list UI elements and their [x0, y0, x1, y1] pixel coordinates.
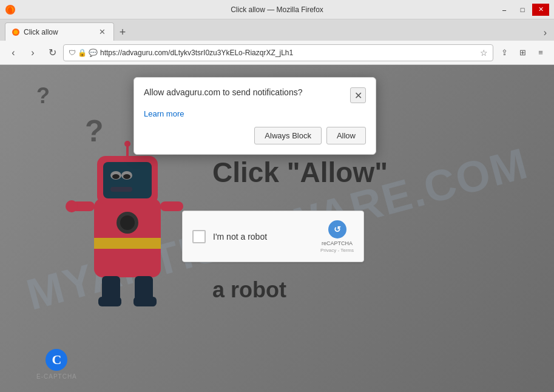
- main-text-line1: Click "Allow": [212, 156, 388, 189]
- navigation-bar: ‹ › ↻ 🛡 🔒 💬 https://advaguru.com/dLtykv3…: [0, 41, 554, 65]
- svg-point-19: [66, 200, 78, 212]
- recaptcha-right: ↺ reCAPTCHA Privacy - Terms: [320, 220, 354, 253]
- nav-right-buttons: ⇪ ⊞ ≡: [496, 44, 549, 61]
- recaptcha-left: I'm not a robot: [192, 230, 267, 243]
- bookmarks-button[interactable]: ⇪: [496, 44, 513, 61]
- browser-window: Click allow — Mozilla Firefox – □ ✕ Clic…: [0, 0, 554, 392]
- privacy-link: Privacy: [320, 248, 336, 253]
- notification-close-button[interactable]: ✕: [350, 87, 366, 103]
- always-block-button[interactable]: Always Block: [254, 127, 322, 144]
- window-title: Click allow — Mozilla Firefox: [231, 5, 323, 14]
- robot-illustration: [61, 126, 194, 322]
- ecaptcha-area: C E-CAPTCHA: [36, 349, 77, 380]
- notification-header: Allow advaguru.com to send notifications…: [144, 87, 366, 103]
- title-bar-left: [5, 4, 16, 15]
- maximize-button[interactable]: □: [514, 4, 531, 16]
- robot-svg: [61, 126, 194, 320]
- main-text-area: Click "Allow": [212, 156, 388, 189]
- url-text: https://advaguru.com/dLtykv3tsrI0zu3YkEL…: [100, 49, 478, 57]
- title-bar: Click allow — Mozilla Firefox – □ ✕: [0, 0, 554, 19]
- terms-link: Terms: [340, 248, 354, 253]
- ecaptcha-label: E-CAPTCHA: [36, 373, 77, 380]
- notification-learn-more-link[interactable]: Learn more: [144, 109, 366, 118]
- recaptcha-label: I'm not a robot: [213, 232, 267, 242]
- ecaptcha-icon: C: [46, 349, 67, 371]
- tab-favicon-icon: [12, 28, 20, 36]
- menu-button[interactable]: ≡: [532, 44, 549, 61]
- shield-icon: 🛡: [69, 49, 76, 57]
- main-text-area2: a robot: [212, 277, 286, 303]
- lock-icon: 🔒: [78, 49, 87, 57]
- new-tab-button[interactable]: +: [114, 24, 131, 41]
- bookmark-star-icon[interactable]: ☆: [480, 48, 488, 58]
- svg-rect-23: [133, 297, 157, 306]
- notification-dialog: Allow advaguru.com to send notifications…: [133, 77, 376, 155]
- main-text-line3: a robot: [212, 277, 286, 303]
- url-security-icons: 🛡 🔒 💬: [69, 49, 98, 57]
- minimize-button[interactable]: –: [496, 4, 513, 16]
- recaptcha-checkbox[interactable]: [192, 230, 206, 243]
- notification-title: Allow advaguru.com to send notifications…: [144, 87, 350, 97]
- tab-close-button[interactable]: ✕: [97, 27, 107, 37]
- tab-label: Click allow: [24, 28, 93, 36]
- svg-rect-18: [160, 201, 183, 211]
- forward-button[interactable]: ›: [24, 44, 41, 61]
- tab-bar: Click allow ✕ + ›: [0, 19, 554, 41]
- page-content: MYANTISPYWARE.COM ? ?: [0, 65, 554, 392]
- svg-rect-6: [103, 162, 152, 198]
- svg-point-8: [112, 174, 120, 179]
- close-window-button[interactable]: ✕: [532, 4, 549, 16]
- svg-point-16: [120, 215, 135, 230]
- svg-point-10: [123, 174, 130, 179]
- notification-buttons: Always Block Allow: [144, 127, 366, 144]
- reload-button[interactable]: ↻: [44, 44, 61, 61]
- question-mark-1: ?: [36, 83, 50, 109]
- chat-icon: 💬: [89, 49, 98, 57]
- svg-rect-14: [94, 238, 161, 249]
- svg-rect-11: [110, 187, 132, 192]
- allow-button[interactable]: Allow: [326, 127, 366, 144]
- svg-point-3: [14, 30, 18, 34]
- active-tab[interactable]: Click allow ✕: [5, 22, 114, 41]
- recaptcha-links: Privacy - Terms: [320, 248, 354, 253]
- svg-point-13: [124, 141, 130, 147]
- window-controls: – □ ✕: [496, 4, 549, 16]
- tab-overflow-button[interactable]: ›: [541, 25, 549, 41]
- extensions-button[interactable]: ⊞: [514, 44, 531, 61]
- back-button[interactable]: ‹: [5, 44, 22, 61]
- recaptcha-brand: reCAPTCHA: [322, 240, 353, 246]
- svg-rect-22: [98, 297, 121, 306]
- firefox-logo-icon: [5, 4, 16, 15]
- recaptcha-box[interactable]: I'm not a robot ↺ reCAPTCHA Privacy - Te…: [182, 211, 364, 262]
- svg-text:↺: ↺: [334, 225, 341, 234]
- recaptcha-logo-icon: ↺: [328, 220, 347, 239]
- url-bar[interactable]: 🛡 🔒 💬 https://advaguru.com/dLtykv3tsrI0z…: [63, 44, 493, 61]
